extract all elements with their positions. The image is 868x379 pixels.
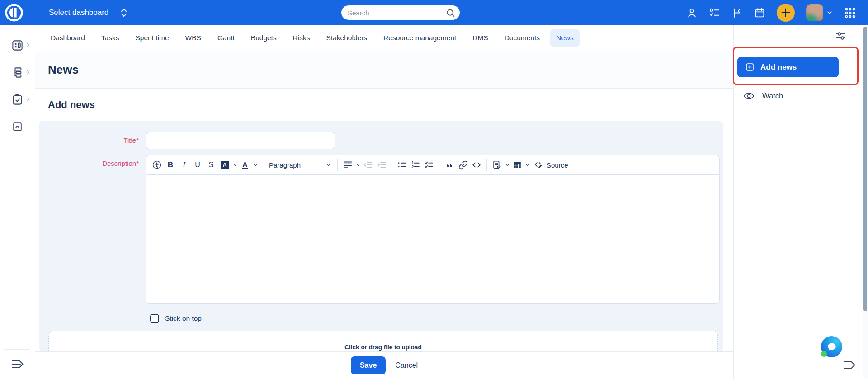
plus-square-icon [745,62,755,72]
tab-stakeholders[interactable]: Stakeholders [321,29,373,47]
font-color-button[interactable]: A [238,158,252,172]
tune-icon[interactable] [835,30,847,42]
form-footer: Save Cancel [35,351,733,379]
bold-button[interactable]: B [164,158,177,172]
dashboard-selector-label: Select dashboard [49,8,108,17]
chevron-down-icon[interactable] [524,158,531,172]
quick-add-button[interactable] [777,4,795,22]
strikethrough-button[interactable]: S [204,158,218,172]
cancel-button[interactable]: Cancel [395,361,418,370]
chevron-right-icon [25,42,31,48]
link-button[interactable] [456,158,470,172]
chat-button[interactable] [821,336,842,357]
stick-on-top-row: Stick on top [150,314,202,323]
chevron-right-icon [25,70,31,75]
watch-button[interactable]: Watch [743,90,783,102]
scrollbar-thumb[interactable] [863,27,867,311]
calendar-icon[interactable] [754,7,765,19]
online-dot [821,351,827,357]
add-news-button[interactable]: Add news [737,57,839,77]
apps-grid-icon[interactable] [844,7,856,19]
tab-dms[interactable]: DMS [467,29,494,47]
save-button[interactable]: Save [351,356,386,374]
paragraph-style-value: Paragraph [269,161,301,169]
italic-button[interactable]: I [177,158,191,172]
source-button[interactable]: Source [531,158,571,172]
avatar [806,4,823,21]
project-tabs: DashboardTasksSpent timeWBSGanttBudgetsR… [35,25,733,51]
sidebar-item-dashboards[interactable] [0,32,35,59]
numbered-list-button[interactable]: 1 2 [409,158,422,172]
outdent-button[interactable] [361,158,375,172]
section-header: Add news [35,89,733,121]
blockquote-button[interactable]: “ [443,158,456,172]
source-label: Source [547,161,568,169]
sidebar-item-collapse[interactable] [0,113,35,140]
tab-tasks[interactable]: Tasks [95,29,125,47]
indent-button[interactable] [375,158,388,172]
bulleted-list-button[interactable] [395,158,409,172]
chevron-down-icon[interactable] [231,158,238,172]
dashboard-selector[interactable]: Select dashboard [49,8,127,18]
scrollbar-track[interactable] [863,25,868,379]
tab-news[interactable]: News [550,29,580,47]
description-label: Description* [39,159,139,167]
clipboard-check-icon [11,94,24,106]
wbs-tree-icon [11,66,24,79]
todo-list-button[interactable] [422,158,436,172]
svg-text:2: 2 [411,165,414,169]
upload-hint: Click or drag file to upload [344,344,421,351]
description-editor-area[interactable] [146,175,720,304]
underline-button[interactable]: U [191,158,204,172]
user-menu[interactable] [806,4,833,21]
sidebar-item-tasks[interactable] [0,86,35,113]
chevron-down-icon[interactable] [354,158,361,172]
unfold-icon [120,8,127,18]
search-icon[interactable] [446,8,455,18]
sidebar-collapse-toggle[interactable] [842,359,857,371]
tab-budgets[interactable]: Budgets [245,29,283,47]
logo-button[interactable] [0,0,28,25]
tab-gantt[interactable]: Gantt [212,29,241,47]
source-code-icon [533,160,543,170]
tab-resource-management[interactable]: Resource management [377,29,462,47]
rich-text-editor: B I U S A A [146,155,720,304]
inline-code-button[interactable] [470,158,483,172]
tab-dashboard[interactable]: Dashboard [45,29,91,47]
stick-on-top-label: Stick on top [165,314,202,323]
tab-spent-time[interactable]: Spent time [129,29,175,47]
accessibility-icon[interactable] [150,158,164,172]
divider [734,86,859,86]
flag-icon[interactable] [731,7,743,19]
chevron-down-icon [826,9,833,16]
title-label: Title* [39,136,139,144]
paragraph-style-dropdown[interactable]: Paragraph [265,158,334,172]
easy-project-logo-icon [5,3,24,22]
table-button[interactable] [510,158,524,172]
align-left-button[interactable] [341,158,354,172]
tab-documents[interactable]: Documents [499,29,546,47]
left-sidebar [0,25,35,379]
checklist-icon[interactable] [709,7,720,19]
add-news-form: Title* Description* B I U S [39,121,723,351]
sidebar-collapse-icon [842,359,857,371]
add-news-label: Add news [760,63,797,72]
font-background-button[interactable]: A [218,158,231,172]
sidebar-item-wbs[interactable] [0,59,35,86]
chevron-down-icon[interactable] [504,158,510,172]
chevron-down-icon[interactable] [252,158,259,172]
stick-on-top-checkbox[interactable] [150,314,159,323]
divider [734,348,863,348]
chat-bubble-icon [826,341,838,353]
collapse-panel-icon [12,121,23,132]
sidebar-expand-toggle[interactable] [0,349,35,379]
watch-label: Watch [762,92,783,100]
tab-wbs[interactable]: WBS [179,29,207,47]
title-input[interactable] [146,132,335,149]
insert-template-button[interactable] [490,158,504,172]
user-icon[interactable] [686,7,698,19]
tab-risks[interactable]: Risks [287,29,316,47]
search-input[interactable] [348,9,446,17]
plus-icon [781,8,791,18]
context-sidebar: Add news Watch [733,25,868,379]
